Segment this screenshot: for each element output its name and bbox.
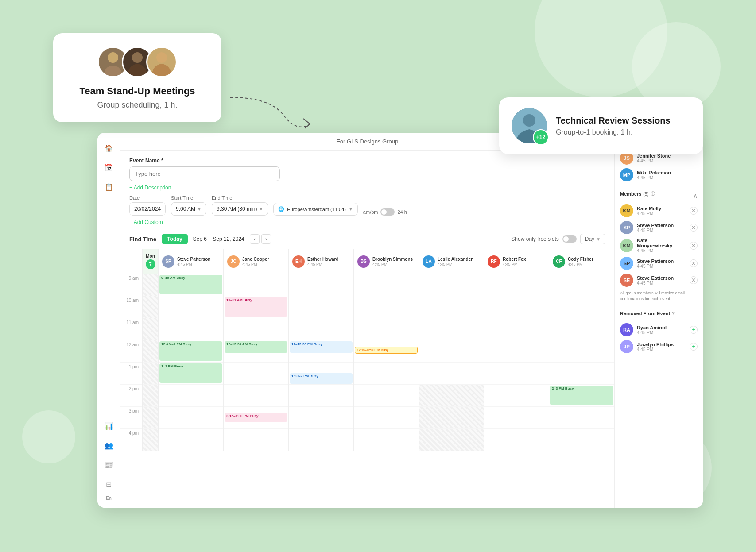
prev-arrow[interactable]: ‹	[250, 234, 260, 244]
svg-point-2	[132, 52, 143, 63]
person-info-esther: Esther Howard 4:45 PM	[307, 257, 339, 266]
robert-2pm	[484, 385, 549, 407]
jane-12pm: 12–12:30 AM Busy	[224, 340, 288, 363]
sidebar-icon-home[interactable]: 🏠	[101, 140, 117, 156]
remove-kate-molly-btn[interactable]: ✕	[690, 207, 698, 215]
robert-1pm	[484, 363, 549, 385]
tech-card-subtitle: Group-to-1 booking, 1 h.	[556, 128, 671, 136]
divider-2	[620, 306, 698, 306]
sidebar-language[interactable]: En	[106, 496, 112, 501]
steve-3pm	[159, 407, 223, 429]
member-steve-p2: SP Steve Patterson 4:45 PM ✕	[620, 257, 698, 270]
day-select[interactable]: Day ▼	[580, 234, 605, 244]
brooklyn-1pm	[354, 363, 419, 385]
sidebar-icon-calendar[interactable]: 📅	[101, 159, 117, 175]
person-info-jane: Jane Cooper 4:45 PM	[242, 257, 269, 266]
event-esther-1:30pm: 1:30–2 PM Busy	[290, 373, 353, 384]
members-note: All group members will receive email con…	[620, 290, 698, 301]
app-header-text: For GLS Designs Group	[337, 138, 398, 145]
timezone-btn[interactable]: 🌐 Europe/Amsterdam (11:04) ▼	[273, 203, 358, 216]
sidebar-icon-grid[interactable]: ⊞	[101, 476, 117, 492]
esther-11am	[289, 318, 353, 340]
svg-point-5	[523, 114, 535, 127]
date-value: 20/02/2024	[134, 206, 161, 212]
brooklyn-4pm	[354, 429, 419, 451]
sidebar-icon-users[interactable]: 👥	[101, 437, 117, 453]
day-name: Mon	[146, 254, 155, 259]
person-header-leslie: LA Leslie Alexander 4:45 PM	[419, 249, 484, 274]
removed-jocelyn: JP Jocelyn Phillips 4:45 PM +	[620, 340, 698, 353]
cody-12pm	[549, 340, 614, 363]
person-col-cody: CF Cody Fisher 4:45 PM 2–3 PM Busy	[549, 249, 614, 451]
brooklyn-11am	[354, 318, 419, 340]
sidebar-icon-report[interactable]: 📰	[101, 457, 117, 473]
brooklyn-9am	[354, 274, 419, 296]
brooklyn-3pm	[354, 407, 419, 429]
next-arrow[interactable]: ›	[261, 234, 271, 244]
today-button[interactable]: Today	[162, 234, 187, 244]
event-brooklyn-12pm: 12:15–12:30 PM Busy	[355, 347, 418, 354]
person-name-steve: Steve Patterson	[177, 257, 211, 262]
form-row-datetime: Date 20/02/2024 Start Time 9:00 AM ▼ End…	[129, 195, 605, 216]
cody-10am	[549, 296, 614, 318]
day-select-label: Day	[585, 236, 594, 242]
person-col-robert: RF Robert Fox 4:45 PM	[484, 249, 549, 451]
member-steve-e: SE Steve Eatterson 4:45 PM ✕	[620, 274, 698, 287]
org-time-jennifer: 4:45 PM	[637, 158, 698, 163]
person-info-robert: Robert Fox 4:45 PM	[503, 257, 526, 266]
person-info-leslie: Leslie Alexander 4:45 PM	[438, 257, 473, 266]
date-input[interactable]: 20/02/2024	[129, 202, 166, 216]
free-slots-knob	[563, 236, 569, 242]
members-count: (5)	[643, 192, 648, 197]
timezone-chevron: ▼	[349, 207, 353, 212]
day-select-chevron: ▼	[596, 237, 601, 242]
sidebar: 🏠 📅 📋 📊 👥 📰 ⊞ En	[97, 133, 120, 508]
start-time-label: Start Time	[171, 195, 206, 201]
event-name-input[interactable]	[129, 166, 280, 181]
h24-label: 24 h	[397, 209, 407, 215]
remove-steve-p-btn[interactable]: ✕	[690, 224, 698, 232]
sidebar-icon-list[interactable]: 📋	[101, 179, 117, 195]
avatar-3	[146, 46, 177, 77]
remove-steve-p2-btn[interactable]: ✕	[690, 259, 698, 267]
add-description-btn[interactable]: + Add Description	[129, 185, 605, 191]
info-icon-members: ⓘ	[651, 191, 655, 197]
jane-4pm	[224, 429, 288, 451]
brooklyn-12pm: 12:15–12:30 PM Busy	[354, 340, 419, 363]
end-time-group: End Time 9:30 AM (30 min) ▼	[212, 195, 268, 216]
re-add-jocelyn-btn[interactable]: +	[690, 343, 698, 351]
start-time-input[interactable]: 9:00 AM ▼	[171, 202, 206, 216]
sidebar-icon-chart[interactable]: 📊	[101, 418, 117, 434]
start-time-group: Start Time 9:00 AM ▼	[171, 195, 206, 216]
calendar-wrapper[interactable]: 9 am 10 am 11 am 12 am 1 pm 2 pm 3 pm 4 …	[120, 249, 614, 508]
tech-card-info: Technical Review Sessions Group-to-1 boo…	[556, 116, 671, 136]
time-12pm: 12 am	[120, 340, 142, 363]
calendar-grid: 9 am 10 am 11 am 12 am 1 pm 2 pm 3 pm 4 …	[120, 249, 614, 451]
free-slots-toggle[interactable]	[562, 235, 577, 243]
collapse-members-btn[interactable]: ∧	[693, 192, 698, 199]
steve-2pm	[159, 385, 223, 407]
day-cell-11am	[143, 318, 158, 340]
avatar-mike: MP	[620, 168, 633, 181]
date-label: Date	[129, 195, 166, 201]
cody-11am	[549, 318, 614, 340]
re-add-ryan-btn[interactable]: +	[690, 326, 698, 334]
event-jane-12pm: 12–12:30 AM Busy	[225, 341, 287, 353]
add-custom-btn[interactable]: + Add Custom	[129, 219, 605, 225]
remove-kate-m-btn[interactable]: ✕	[690, 242, 698, 250]
event-steve-9am: 9–10 AM Busy	[159, 275, 222, 294]
removed-name-jocelyn: Jocelyn Phillips	[637, 342, 686, 347]
svg-point-0	[108, 52, 118, 63]
end-time-input[interactable]: 9:30 AM (30 min) ▼	[212, 202, 268, 216]
robert-12pm	[484, 340, 549, 363]
toggle-knob	[381, 209, 387, 215]
person-col-esther: EH Esther Howard 4:45 PM 12–12:30 PM Bus…	[289, 249, 354, 451]
ampm-toggle[interactable]	[380, 208, 395, 216]
remove-steve-e-btn[interactable]: ✕	[690, 276, 698, 284]
esther-4pm	[289, 429, 353, 451]
timezone-value: Europe/Amsterdam (11:04)	[287, 207, 346, 212]
day-cell-10am	[143, 296, 158, 318]
member-info-kate-molly: Kate Molly 4:45 PM	[637, 206, 686, 216]
cody-4pm	[549, 429, 614, 451]
org-info-jennifer: Jennifer Stone 4:45 PM	[637, 153, 698, 163]
